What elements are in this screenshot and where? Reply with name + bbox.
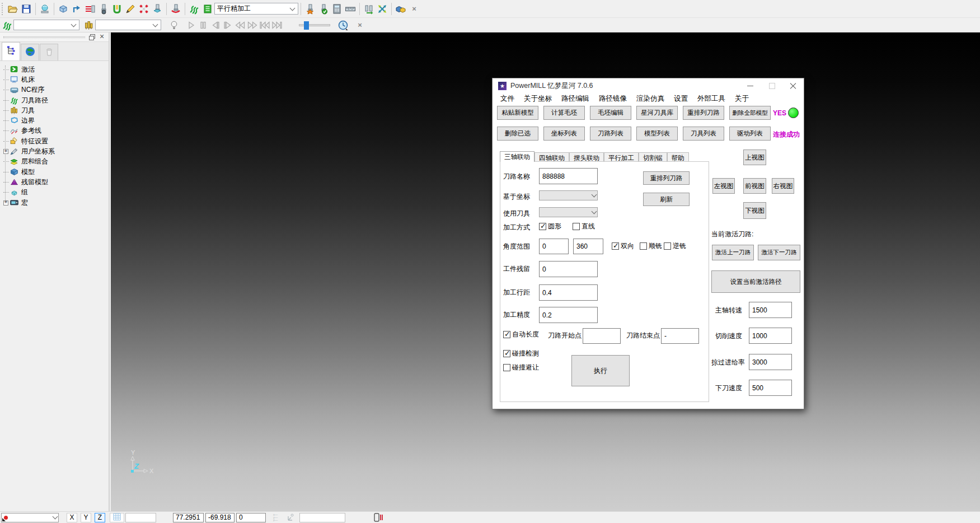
skip-start-icon[interactable] [259, 19, 271, 31]
conventional-checkbox[interactable]: 逆铣 [664, 241, 686, 251]
tab-saw[interactable]: 切割锯 [639, 152, 667, 162]
ball-tool-icon[interactable] [97, 2, 110, 16]
panel-restore-icon[interactable] [88, 34, 96, 40]
tree-item-activate[interactable]: 激活 [3, 64, 109, 74]
checkbox-icon[interactable] [573, 223, 580, 230]
fast-forward-icon[interactable] [246, 19, 259, 31]
menu-coords[interactable]: 关于坐标 [524, 94, 552, 104]
verify-tool-icon[interactable] [317, 2, 330, 16]
clipboard-pause-icon[interactable] [371, 511, 385, 523]
skim-input[interactable]: 3000 [749, 354, 792, 370]
menu-settings[interactable]: 设置 [674, 94, 688, 104]
delete-all-models-button[interactable]: 删除全部模型 [729, 106, 771, 120]
axis-x-button[interactable]: X [67, 513, 77, 522]
create-tool-icon[interactable] [303, 2, 317, 16]
slider-thumb[interactable] [304, 21, 309, 30]
stepover-input[interactable]: 0.4 [539, 284, 598, 301]
pause-icon[interactable] [197, 19, 209, 31]
calculator-icon[interactable] [330, 2, 344, 16]
toolbar-grip[interactable] [2, 3, 4, 15]
create-points-icon[interactable] [137, 2, 151, 16]
checkbox-icon[interactable] [664, 242, 671, 250]
checkbox-icon[interactable] [640, 242, 647, 250]
tolerance-input[interactable]: 0.2 [539, 307, 598, 323]
view-front-button[interactable]: 前视图 [743, 178, 766, 194]
tree-item-machine[interactable]: 机床 [3, 74, 109, 85]
tab-3axis[interactable]: 三轴联动 [500, 151, 534, 162]
view-bottom-button[interactable]: 下视图 [743, 202, 766, 219]
refresh-button[interactable]: 刷新 [643, 193, 690, 206]
sim-tool-icon[interactable] [83, 19, 95, 31]
arc-tool-icon[interactable] [169, 2, 182, 16]
tree-item-boundaries[interactable]: 边界 [3, 115, 109, 125]
coord-z-field[interactable]: 0 [236, 513, 266, 522]
axis-probe-icon[interactable] [284, 511, 297, 523]
transform-arrows-icon[interactable] [376, 2, 389, 16]
lightbulb-icon[interactable] [168, 19, 180, 31]
auto-length-checkbox[interactable]: 自动长度 [503, 330, 539, 339]
simulation-speed-slider[interactable] [299, 24, 330, 26]
tool-pair-icon[interactable] [362, 2, 376, 16]
end-point-input[interactable]: - [661, 328, 699, 344]
tree-item-tools[interactable]: 刀具 [3, 105, 109, 115]
checkbox-icon[interactable] [503, 350, 510, 357]
angle-to-input[interactable]: 360 [573, 239, 603, 254]
checkbox-icon[interactable] [503, 364, 510, 371]
tool-select[interactable] [539, 207, 598, 217]
tree-item-patterns[interactable]: 参考线 [3, 126, 109, 136]
save-project-icon[interactable] [20, 2, 33, 16]
expand-icon[interactable] [3, 149, 8, 154]
measure-ruler-icon[interactable] [344, 2, 357, 16]
model-boxes-icon[interactable] [394, 2, 407, 16]
tab-parallel[interactable]: 平行加工 [604, 152, 639, 162]
stock-edit-button[interactable]: 毛坯编辑 [590, 106, 631, 120]
open-project-icon[interactable] [6, 2, 20, 16]
tree-item-feature-sets[interactable]: 特征设置 [3, 136, 109, 146]
axis-z-button[interactable]: Z [95, 513, 105, 522]
tool-list-button[interactable]: 刀具列表 [683, 127, 724, 141]
calc-stock-button[interactable]: 计算毛坯 [543, 106, 585, 120]
angle-from-input[interactable]: 0 [539, 239, 569, 254]
toolbar-close-icon[interactable]: × [407, 2, 421, 16]
u-slot-tool-icon[interactable] [110, 2, 124, 16]
delete-selected-button[interactable]: 删除已选 [497, 127, 538, 141]
bar-tool-icon[interactable] [83, 2, 97, 16]
menu-about[interactable]: 关于 [735, 94, 749, 104]
collision-avoid-checkbox[interactable]: 碰撞避让 [503, 363, 539, 372]
block-tool-icon[interactable] [151, 2, 164, 16]
sim-tool-dropdown[interactable] [95, 20, 161, 30]
collision-check-checkbox[interactable]: 碰撞检测 [503, 349, 539, 358]
view-right-button[interactable]: 右视图 [772, 178, 794, 194]
xyz-list-icon[interactable]: x—y—z— [270, 511, 284, 523]
tab-tilt-head[interactable]: 摆头联动 [569, 152, 604, 162]
menu-render-sim[interactable]: 渲染仿真 [636, 94, 664, 104]
tab-4axis[interactable]: 四轴联动 [534, 152, 569, 162]
plunge-input[interactable]: 500 [749, 380, 792, 396]
menu-path-mirror[interactable]: 路径镜像 [599, 94, 627, 104]
checkbox-icon[interactable] [503, 331, 510, 338]
view-left-button[interactable]: 左视图 [712, 178, 735, 194]
sim-toolbar-close-icon[interactable]: × [354, 19, 366, 31]
mode-line-checkbox[interactable]: 直线 [573, 222, 595, 231]
sim-toolpath-dropdown[interactable] [13, 20, 79, 30]
clock-icon[interactable] [337, 19, 349, 31]
activate-next-button[interactable]: 激活下一刀路 [758, 245, 800, 260]
print-3d-icon[interactable] [38, 2, 51, 16]
rearrange-button[interactable]: 重排列刀路 [643, 171, 690, 185]
coord-select[interactable] [539, 190, 598, 200]
workplane-dropdown[interactable] [1, 513, 59, 522]
toolpath-icon[interactable] [187, 2, 201, 16]
activate-prev-button[interactable]: 激活上一刀路 [712, 245, 754, 260]
mode-circle-checkbox[interactable]: 圆形 [539, 222, 561, 231]
tree-item-toolpaths[interactable]: 刀具路径 [3, 95, 109, 105]
coord-list-button[interactable]: 坐标列表 [543, 127, 585, 141]
play-icon[interactable] [185, 19, 197, 31]
minimize-icon[interactable] [740, 78, 761, 93]
view-top-button[interactable]: 上视图 [743, 150, 766, 165]
drive-list-button[interactable]: 驱动列表 [729, 127, 771, 141]
expand-icon[interactable] [3, 200, 8, 206]
close-icon[interactable] [782, 78, 804, 93]
model-list-button[interactable]: 模型列表 [636, 127, 678, 141]
tool-library-button[interactable]: 星河刀具库 [636, 106, 678, 120]
paste-model-button[interactable]: 粘贴新模型 [497, 106, 538, 120]
